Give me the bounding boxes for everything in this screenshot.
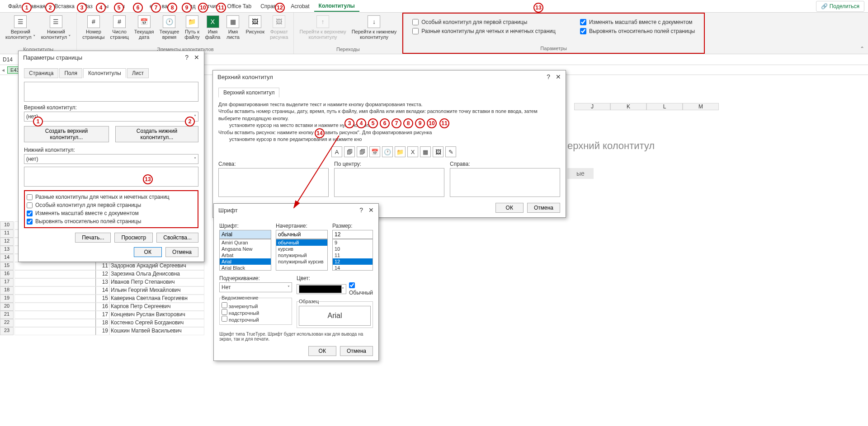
underline-combo[interactable]: Нет˅ — [219, 282, 292, 292]
chk-diff-first[interactable]: Особый колонтитул для первой страницы — [27, 201, 196, 209]
pagenum-button[interactable]: 🗐 — [344, 146, 355, 157]
ribbon-filename-btn[interactable]: XИмя файла — [203, 14, 222, 41]
date-button[interactable]: 📅 — [369, 146, 380, 157]
badge-6: 6 — [133, 3, 143, 13]
ribbon-header-btn[interactable]: ☰Верхний колонтитул ˅ — [4, 14, 38, 41]
tab-margins[interactable]: Поля — [59, 68, 82, 78]
insert-picture-button[interactable]: 🖼 — [433, 146, 443, 157]
left-section-input[interactable] — [218, 168, 329, 197]
badge-8: 8 — [167, 3, 177, 13]
chk-strikethrough[interactable]: зачеркнутый — [222, 302, 290, 309]
create-footer-button[interactable]: Создать нижний колонтитул... — [115, 126, 198, 142]
chk-normal[interactable]: Обычный — [349, 282, 373, 296]
ribbon-sheetname-btn[interactable]: ▦Имя листа — [224, 14, 242, 41]
underline-label: Подчеркивание: — [219, 275, 292, 281]
menu-officetab[interactable]: Office Tab — [223, 1, 256, 11]
left-label: Слева: — [218, 161, 329, 167]
ribbon-footer-btn[interactable]: ☰Нижний колонтитул ˅ — [39, 14, 73, 41]
font-name-input[interactable] — [219, 230, 271, 239]
ribbon-gotofooter-btn[interactable]: ↓Перейти к нижнему колонтитулу — [350, 14, 398, 41]
dialog-page-title: Параметры страницы — [23, 54, 82, 61]
help-icon[interactable]: ? — [359, 206, 363, 214]
help-icon[interactable]: ? — [547, 73, 550, 80]
share-button[interactable]: 🔗 Поделиться — [816, 1, 864, 12]
ribbon-group3-label: Переходы — [297, 46, 398, 52]
font-size-input[interactable] — [332, 230, 373, 239]
size-list[interactable]: 91011121416 — [332, 239, 373, 271]
filename-button[interactable]: X — [407, 146, 418, 157]
ribbon-pagecount-btn[interactable]: #Число страниц — [108, 14, 130, 41]
badge-ps-1: 1 — [33, 117, 43, 126]
ribbon-time-btn[interactable]: 🕐Текущее время — [158, 14, 181, 41]
properties-button[interactable]: Свойства... — [156, 233, 198, 243]
footer-combo[interactable]: (нет)˅ — [24, 154, 198, 164]
ribbon-chk-firstpage[interactable]: Особый колонтитул для первой страницы — [412, 19, 556, 25]
close-icon[interactable]: ✕ — [368, 206, 374, 214]
color-label: Цвет: — [297, 275, 373, 281]
center-label: По центру: — [334, 161, 444, 167]
ok-button[interactable]: ОК — [134, 247, 162, 257]
back-icon[interactable]: ◂ — [2, 67, 5, 73]
badge-11: 11 — [216, 3, 226, 13]
badge-2: 2 — [45, 3, 55, 13]
ribbon-chk-scale[interactable]: Изменять масштаб вместе с документом — [580, 19, 695, 25]
chk-align[interactable]: Выровнять относительно полей страницы — [27, 217, 196, 225]
cancel-button[interactable]: Отмена — [165, 247, 198, 257]
font-style-input[interactable] — [276, 230, 328, 239]
header-placeholder[interactable]: ерхний колонтитул — [567, 140, 655, 152]
menu-acrobat[interactable]: Acrobat — [286, 1, 314, 11]
ribbon-chk-oddeven[interactable]: Разные колонтитулы для четных и нечетных… — [412, 28, 556, 34]
color-combo[interactable]: ˅ — [297, 284, 346, 294]
badge-7: 7 — [151, 3, 161, 13]
badge-9: 9 — [182, 3, 192, 13]
badge-hd-14: 14 — [315, 128, 325, 138]
dialog-font: Шрифт ?✕ Шрифт: Amiri QuranAngsana NewAr… — [213, 203, 379, 361]
sample-legend: Образец — [299, 299, 319, 304]
right-section-input[interactable] — [450, 168, 560, 197]
tab-headerfooter[interactable]: Колонтитулы — [83, 68, 126, 78]
close-icon[interactable]: ✕ — [194, 54, 199, 61]
cancel-button[interactable]: Отмена — [340, 346, 373, 356]
font-list[interactable]: Amiri QuranAngsana NewArbatArialArial Bl… — [219, 239, 271, 271]
ribbon-chk-align[interactable]: Выровнять относительно полей страницы — [580, 28, 695, 34]
header-combo[interactable]: (нет)˅ — [24, 112, 198, 122]
badge-hd-5: 5 — [368, 118, 378, 128]
time-button[interactable]: 🕐 — [382, 146, 393, 157]
chk-superscript[interactable]: надстрочный — [222, 309, 290, 316]
chk-scale[interactable]: Изменять масштаб вместе с документом — [27, 209, 196, 217]
close-icon[interactable]: ✕ — [556, 73, 561, 80]
format-picture-button[interactable]: ✎ — [445, 146, 456, 157]
tab-sheet[interactable]: Лист — [127, 68, 149, 78]
right-zone-label: ые — [567, 168, 594, 179]
ribbon-pagenum-btn[interactable]: #Номер страницы — [80, 14, 106, 41]
ribbon-picture-btn[interactable]: 🖼Рисунок — [244, 14, 266, 35]
style-list[interactable]: обычныйкурсивполужирныйполужирный курсив — [276, 239, 328, 271]
sheetname-button[interactable]: ▦ — [420, 146, 431, 157]
pagecount-button[interactable]: 🗐 — [357, 146, 368, 157]
badge-hd-10: 10 — [427, 118, 437, 128]
ok-button[interactable]: ОК — [495, 203, 524, 213]
help-icon[interactable]: ? — [185, 54, 189, 61]
path-button[interactable]: 📁 — [395, 146, 406, 157]
ok-button[interactable]: ОК — [308, 346, 336, 356]
chk-diff-oddeven[interactable]: Разные колонтитулы для четных и нечетных… — [27, 193, 196, 201]
tab-page[interactable]: Страница — [24, 68, 58, 78]
chk-subscript[interactable]: подстрочный — [222, 316, 290, 323]
ribbon-date-btn[interactable]: 📅Текущая дата — [132, 14, 156, 41]
ribbon-picfmt-btn: 🖼Формат рисунка — [268, 14, 290, 41]
font-button[interactable]: A — [331, 146, 342, 157]
create-header-button[interactable]: Создать верхний колонтитул... — [24, 126, 109, 142]
cancel-button[interactable]: Отмена — [527, 203, 560, 213]
effects-legend: Видоизменение — [222, 295, 258, 300]
footer-preview — [24, 167, 198, 187]
badge-ps-2: 2 — [185, 117, 195, 126]
tab-header[interactable]: Верхний колонтитул — [218, 88, 279, 98]
print-button[interactable]: Печать... — [75, 233, 111, 243]
preview-button[interactable]: Просмотр — [114, 233, 153, 243]
menu-headerfooter[interactable]: Колонтитулы — [314, 1, 359, 12]
badge-hd-4: 4 — [356, 118, 366, 128]
font-label: Шрифт: — [219, 223, 271, 229]
ribbon-collapse-icon[interactable]: ⌃ — [860, 46, 864, 52]
ribbon-path-btn[interactable]: 📁Путь к файлу — [183, 14, 201, 41]
center-section-input[interactable] — [334, 168, 444, 197]
